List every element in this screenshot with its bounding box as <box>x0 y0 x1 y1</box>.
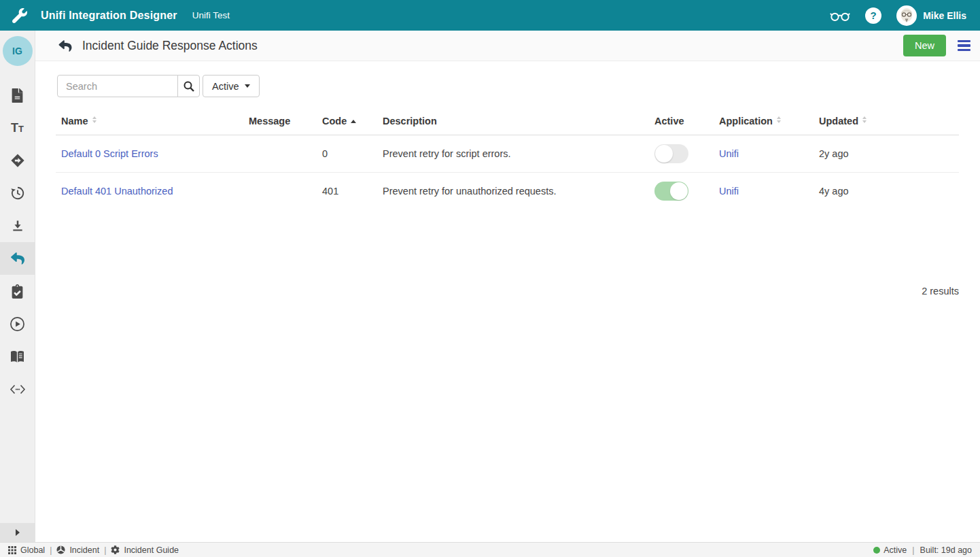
sidebar-item-history[interactable] <box>0 177 35 209</box>
column-header-description: Description <box>377 109 649 135</box>
help-glyph: ? <box>871 10 877 21</box>
left-sidebar: IG TT <box>0 31 35 542</box>
sidebar-item-download[interactable] <box>0 209 35 242</box>
download-icon <box>11 219 24 233</box>
sort-icon <box>777 116 781 123</box>
active-toggle[interactable] <box>654 182 688 201</box>
breadcrumb-scope[interactable]: Global <box>8 545 45 555</box>
back-button[interactable] <box>58 39 73 52</box>
active-toggle[interactable] <box>654 144 688 163</box>
text-fields-icon: TT <box>11 122 24 134</box>
breadcrumb-separator: | <box>104 545 106 555</box>
code-cell: 0 <box>317 135 377 173</box>
sidebar-item-document[interactable] <box>0 79 35 112</box>
description-cell: Prevent retry for script errors. <box>377 135 649 173</box>
grid-icon <box>8 546 16 554</box>
docs-book-icon <box>10 350 25 363</box>
record-link[interactable]: Default 401 Unauthorized <box>61 186 173 197</box>
updated-cell: 4y ago <box>813 173 959 210</box>
status-separator: | <box>912 545 914 555</box>
workflow-diamond-icon <box>10 153 25 168</box>
top-navbar: Unifi Integration Designer Unifi Test ? <box>0 0 980 31</box>
list-controls: Active <box>57 75 959 97</box>
breadcrumb-separator: | <box>50 545 52 555</box>
column-header-code[interactable]: Code <box>317 109 377 135</box>
updated-cell: 2y ago <box>813 135 959 173</box>
built-label: Built: 19d ago <box>920 545 972 555</box>
message-cell <box>243 135 317 173</box>
sidebar-item-text-fields[interactable]: TT <box>0 112 35 144</box>
application-link[interactable]: Unifi <box>719 186 739 197</box>
search-icon <box>183 81 194 92</box>
response-actions-table: Name Message Code Description Active <box>56 109 959 209</box>
message-cell <box>243 173 317 210</box>
sidebar-item-tasks[interactable] <box>0 275 35 307</box>
column-header-active: Active <box>649 109 714 135</box>
sidebar-item-run[interactable] <box>0 307 35 340</box>
glasses-icon[interactable] <box>830 9 850 22</box>
breadcrumb-application[interactable]: Incident <box>56 545 99 555</box>
menu-button[interactable] <box>958 40 970 52</box>
main-panel: Incident Guide Response Actions New Acti… <box>35 31 980 542</box>
sidebar-item-docs[interactable] <box>0 340 35 373</box>
status-dot-icon <box>873 547 880 554</box>
new-button[interactable]: New <box>903 35 946 56</box>
content-area: Active Name Message <box>35 61 980 542</box>
sort-icon <box>92 116 97 123</box>
sidebar-item-workflow[interactable] <box>0 144 35 177</box>
search-button[interactable] <box>177 75 200 97</box>
page-header: Incident Guide Response Actions New <box>35 31 980 61</box>
response-reply-icon <box>10 252 25 265</box>
column-header-application[interactable]: Application <box>714 109 813 135</box>
sidebar-item-code[interactable] <box>0 373 35 405</box>
avatar-face-icon <box>897 6 916 25</box>
history-icon <box>10 186 25 201</box>
state-filter-value: Active <box>212 81 239 92</box>
app-title: Unifi Integration Designer <box>41 10 177 22</box>
document-icon <box>12 88 23 103</box>
results-count: 2 results <box>56 286 959 297</box>
column-header-message: Message <box>243 109 317 135</box>
description-cell: Prevent retry for unauthorized requests. <box>377 173 649 210</box>
sort-icon <box>862 116 867 123</box>
sidebar-item-response-actions[interactable] <box>0 242 35 275</box>
tasks-clipboard-icon <box>12 284 23 299</box>
application-icon <box>56 545 65 554</box>
footer-status: Active | Built: 19d ago <box>873 545 972 555</box>
help-button[interactable]: ? <box>865 7 881 24</box>
sidebar-items: TT <box>0 79 35 405</box>
search-input[interactable] <box>57 75 178 97</box>
chevron-right-icon <box>16 529 20 536</box>
sort-asc-icon <box>351 120 356 123</box>
breadcrumb-module[interactable]: Incident Guide <box>111 545 179 555</box>
table-row: Default 0 Script Errors 0 Prevent retry … <box>56 135 959 173</box>
table-header-row: Name Message Code Description Active <box>56 109 959 135</box>
user-name: Mike Ellis <box>923 10 966 21</box>
status-label: Active <box>883 545 907 555</box>
application-link[interactable]: Unifi <box>719 148 739 159</box>
code-icon <box>10 384 26 395</box>
state-filter-dropdown[interactable]: Active <box>203 75 260 97</box>
caret-down-icon <box>245 84 250 88</box>
user-menu[interactable]: Mike Ellis <box>896 5 966 26</box>
run-play-icon <box>10 316 25 332</box>
integration-badge[interactable]: IG <box>3 36 33 66</box>
table-row: Default 401 Unauthorized 401 Prevent ret… <box>56 173 959 210</box>
sidebar-expand-button[interactable] <box>0 523 35 542</box>
wrench-icon <box>12 8 27 23</box>
gear-icon <box>111 545 120 554</box>
page-title: Incident Guide Response Actions <box>82 39 258 53</box>
record-link[interactable]: Default 0 Script Errors <box>61 148 158 159</box>
hamburger-icon <box>958 40 970 43</box>
environment-name[interactable]: Unifi Test <box>192 10 230 20</box>
user-avatar[interactable] <box>896 5 917 26</box>
status-footer: Global | Incident | Incident Guide Activ… <box>0 542 980 557</box>
code-cell: 401 <box>317 173 377 210</box>
navbar-actions: ? Mike Ellis <box>830 5 966 26</box>
column-header-updated[interactable]: Updated <box>813 109 959 135</box>
column-header-name[interactable]: Name <box>56 109 243 135</box>
